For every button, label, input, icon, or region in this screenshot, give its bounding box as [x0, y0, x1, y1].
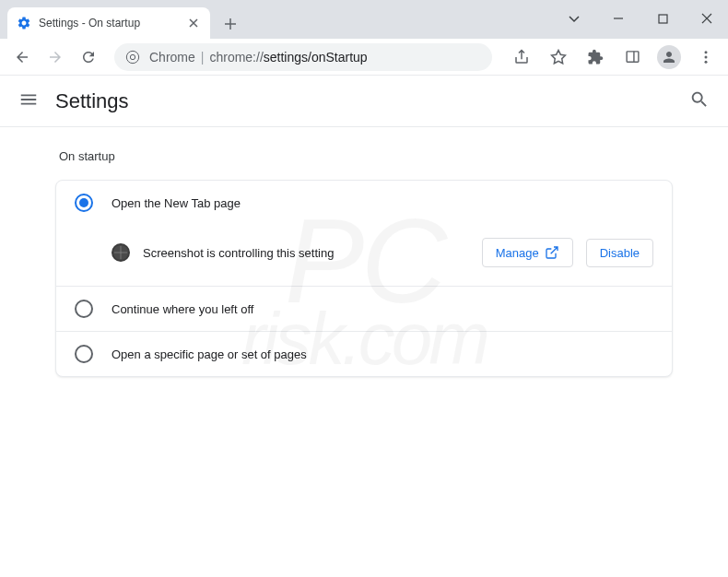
svg-point-7: [705, 60, 708, 63]
startup-card: Open the New Tab page Screenshot is cont…: [55, 180, 673, 377]
radio-button[interactable]: [75, 300, 93, 318]
radio-label: Open the New Tab page: [112, 196, 241, 210]
radio-label: Open a specific page or set of pages: [112, 347, 307, 361]
radio-button[interactable]: [75, 345, 93, 363]
content-area: On startup Open the New Tab page Screens…: [0, 127, 728, 399]
radio-option-specific-page[interactable]: Open a specific page or set of pages: [56, 331, 672, 376]
toolbar: Chrome | chrome://settings/onStartup: [0, 39, 728, 76]
address-bar[interactable]: Chrome | chrome://settings/onStartup: [114, 43, 492, 71]
omnibox-separator: |: [201, 50, 205, 65]
menu-icon[interactable]: [691, 42, 721, 72]
radio-option-new-tab[interactable]: Open the New Tab page: [56, 181, 672, 225]
forward-button: [41, 42, 70, 72]
hamburger-icon[interactable]: [18, 89, 39, 113]
back-button[interactable]: [7, 42, 37, 72]
omnibox-prefix: Chrome: [149, 50, 195, 65]
radio-option-continue[interactable]: Continue where you left off: [56, 286, 672, 331]
svg-point-6: [705, 55, 708, 58]
chrome-icon: [125, 50, 140, 65]
close-window-button[interactable]: [693, 7, 721, 29]
sidepanel-icon[interactable]: [617, 42, 647, 72]
extensions-icon[interactable]: [581, 42, 610, 72]
svg-rect-0: [659, 15, 667, 23]
external-link-icon: [545, 245, 559, 260]
maximize-button[interactable]: [649, 7, 676, 29]
bookmark-icon[interactable]: [544, 42, 573, 72]
search-icon[interactable]: [689, 89, 710, 113]
extension-notice: Screenshot is controlling this setting M…: [56, 225, 672, 286]
window-controls: [560, 7, 721, 29]
radio-label: Continue where you left off: [112, 302, 253, 316]
new-tab-button[interactable]: [217, 11, 243, 37]
extension-notice-text: Screenshot is controlling this setting: [143, 246, 469, 260]
close-tab-icon[interactable]: [186, 16, 201, 30]
manage-button[interactable]: Manage: [482, 238, 573, 267]
profile-avatar[interactable]: [654, 42, 684, 72]
settings-header: Settings: [0, 76, 728, 127]
section-title: On startup: [55, 149, 673, 163]
radio-button[interactable]: [75, 194, 93, 212]
minimize-button[interactable]: [605, 7, 632, 29]
page-title: Settings: [55, 89, 689, 113]
tab-search-icon[interactable]: [560, 7, 588, 29]
disable-button[interactable]: Disable: [586, 239, 653, 267]
extension-app-icon: [112, 243, 130, 262]
svg-point-2: [130, 54, 135, 59]
tab-title: Settings - On startup: [39, 17, 186, 29]
svg-point-1: [126, 51, 138, 63]
reload-button[interactable]: [74, 42, 103, 72]
share-icon[interactable]: [507, 42, 536, 72]
omnibox-url: chrome://settings/onStartup: [209, 50, 367, 65]
browser-tab[interactable]: Settings - On startup: [7, 7, 210, 39]
settings-gear-icon: [17, 16, 31, 30]
svg-rect-3: [627, 52, 639, 62]
svg-point-5: [705, 51, 708, 53]
titlebar: Settings - On startup: [0, 0, 728, 39]
